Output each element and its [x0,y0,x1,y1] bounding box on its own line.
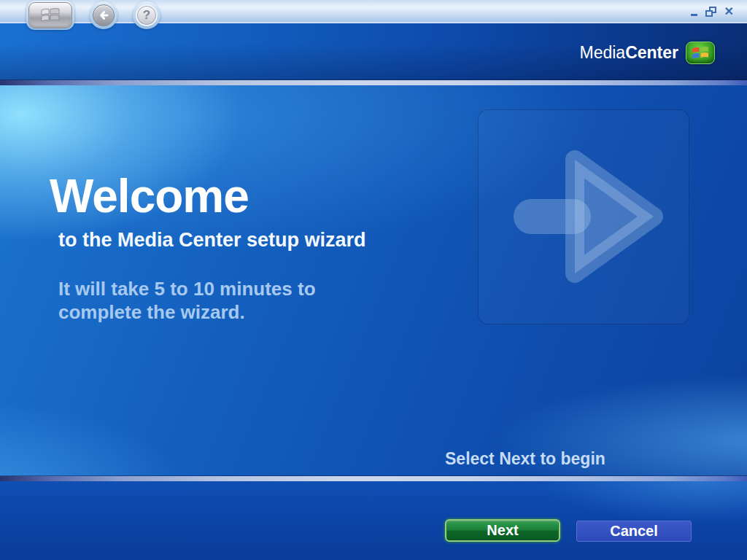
next-arrow-icon [479,110,690,325]
window-controls: ✕ [691,6,734,18]
footer-divider [0,476,747,481]
brand-center-label: Center [625,43,678,62]
back-button[interactable] [93,4,115,26]
brand-text: MediaCenter [579,43,678,63]
help-button-halo: ? [133,1,160,29]
page-title: Welcome [50,170,249,222]
minimize-icon[interactable] [691,14,697,16]
media-center-window: ✕ ? Media [0,0,747,560]
media-center-logo-icon [686,42,715,64]
restore-icon-front [705,10,713,17]
close-icon[interactable]: ✕ [724,6,734,18]
header-band: MediaCenter [0,23,747,80]
next-button-label: Next [487,522,518,539]
help-icon: ? [143,8,150,23]
media-center-brand: MediaCenter [579,41,715,64]
wizard-duration-line1: It will take 5 to 10 minutes to [58,277,316,300]
cancel-button-label: Cancel [610,523,658,540]
brand-media-label: Media [579,43,625,62]
wizard-duration-text: It will take 5 to 10 minutes to complete… [58,277,316,324]
footer-bar: Next Cancel [0,481,747,560]
windows-logo-icon [40,7,61,23]
windows-start-button[interactable] [28,2,72,28]
windows-logo-halo [26,1,74,30]
help-button[interactable]: ? [136,4,158,26]
restore-icon[interactable] [705,7,716,17]
header-divider [0,80,747,85]
cancel-button[interactable]: Cancel [576,521,692,542]
back-button-halo [90,1,117,29]
next-button[interactable]: Next [445,519,560,542]
wizard-duration-line2: complete the wizard. [58,300,316,324]
page-subtitle: to the Media Center setup wizard [58,229,366,252]
select-next-hint: Select Next to begin [445,449,605,469]
main-content: Welcome to the Media Center setup wizard… [0,85,747,476]
next-arrow-panel [478,109,689,324]
back-arrow-icon [96,7,112,23]
